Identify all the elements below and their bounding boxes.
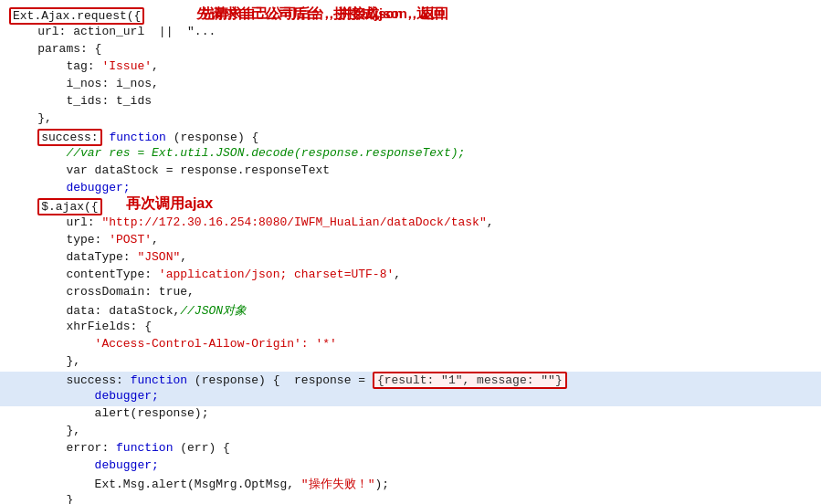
code-line-29: } [0,493,821,504]
code-text-25: }, [9,424,80,437]
code-type: 'POST' [109,233,152,247]
success-boxed: success: [37,129,101,146]
code-line-28: Ext.Msg.alert(MsgMrg.OptMsg, "操作失败！"); [0,476,821,493]
code-debugger-2: debugger; [9,389,159,403]
annotation-1-text: 先请求自己公司后台，拼接成json，返回 [201,5,448,23]
code-text-2: url: action_url || "... [9,25,216,38]
code-text-29: } [9,493,73,504]
code-access-control: 'Access-Control-Allow-Origin': [9,337,315,351]
code-text-4b: 'Issue' [101,59,152,73]
code-line-17: crossDomain: true, [0,285,821,302]
kw-function-2: function [131,373,187,387]
code-line-24: alert(response); [0,406,821,424]
kw-function-1: function [109,131,165,144]
code-line-7: }, [0,111,821,129]
code-debugger-3: debugger; [9,458,159,472]
code-text-24: alert(response); [9,406,208,420]
code-line-22: success: function (response) { response … [0,372,821,389]
code-line-15: dataType: "JSON", [0,250,821,268]
code-line-20: 'Access-Control-Allow-Origin': '*' [0,337,821,354]
code-line-25: }, [0,424,821,441]
code-text-19: xhrFields: { [9,320,152,333]
code-line-21: }, [0,354,821,372]
code-text-1: Ext.Ajax.request({ [9,7,144,25]
response-value-box: {result: "1", message: ""} [373,372,567,389]
code-line-11: debugger; [0,181,821,198]
code-editor: Ext.Ajax.request({ 先请求自己公司后台，拼接成json，返回 … [0,0,821,504]
code-text-7: }, [9,111,52,125]
code-text-3: params: { [9,42,101,56]
code-error-msg: "操作失败！" [301,476,375,492]
code-text-17: crossDomain: true, [9,285,195,299]
code-line-12: $.ajax({ [0,198,821,215]
code-datatype: "JSON" [137,250,180,264]
code-line-9: //var res = Ext.util.JSON.decode(respons… [0,146,821,163]
code-line-6: t_ids: t_ids [0,94,821,111]
code-line-8: success: function (response) { [0,129,821,146]
code-text-6: t_ids: t_ids [9,94,152,108]
code-line-1: Ext.Ajax.request({ 先请求自己公司后台，拼接成json，返回 [0,7,821,25]
code-line-23: debugger; [0,389,821,406]
code-url: "http://172.30.16.254:8080/IWFM_HuaLian/… [101,215,486,229]
code-line-16: contentType: 'application/json; charset=… [0,268,821,285]
code-text-21: }, [9,354,80,368]
kw-function-3: function [116,441,173,455]
code-line-5: i_nos: i_nos, [0,77,821,94]
code-line-10: var dataStock = response.responseText [0,163,821,181]
ajax-boxed: $.ajax({ [37,198,101,215]
code-line-4: tag: 'Issue', [0,59,821,77]
code-line-26: error: function (err) { [0,441,821,458]
code-contenttype: 'application/json; charset=UTF-8' [159,268,394,281]
code-line-14: type: 'POST', [0,233,821,250]
code-line-2: url: action_url || "... [0,25,821,42]
code-line-13: url: "http://172.30.16.254:8080/IWFM_Hua… [0,215,821,233]
code-comment-2: //JSON对象 [180,302,247,319]
code-debugger-1: debugger; [9,181,131,194]
code-text-5: i_nos: i_nos, [9,77,159,90]
code-line-27: debugger; [0,458,821,476]
code-text-4a: tag: [9,59,101,73]
code-text-10: var dataStock = response.responseText [9,163,330,177]
code-line-3: params: { [0,42,821,59]
code-line-19: xhrFields: { [0,320,821,337]
code-text-8a [9,131,37,144]
code-line-18: data: dataStock,//JSON对象 [0,302,821,320]
code-comment-1: //var res = Ext.util.JSON.decode(respons… [9,146,465,160]
